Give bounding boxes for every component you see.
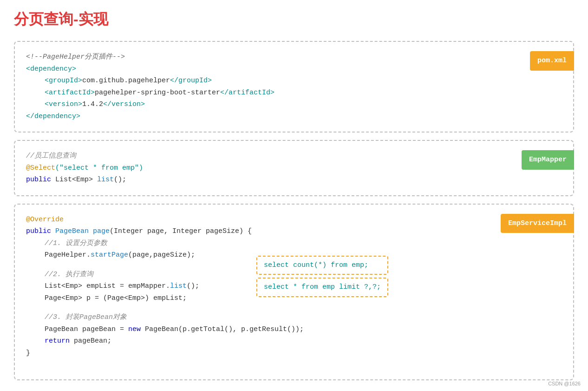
- code-line-6: </dependency>: [26, 111, 562, 123]
- xml-dependency-open: <dependency>: [26, 65, 76, 73]
- code-line-3: <groupId>com.github.pagehelper</groupId>: [26, 75, 562, 87]
- page-title: 分页查询-实现: [14, 9, 574, 30]
- pom-xml-label: pom.xml: [530, 51, 574, 71]
- mapper-select: @Select("select * from emp"): [26, 162, 562, 174]
- mapper-comment: //员工信息查询: [26, 150, 562, 162]
- code-line-2: <dependency>: [26, 63, 562, 75]
- method-signature: public PageBean page(Integer page, Integ…: [26, 225, 562, 238]
- code-line-4: <artifactId>pagehelper-spring-boot-start…: [26, 87, 562, 99]
- xml-comment: <!--PageHelper分页插件-->: [26, 53, 125, 61]
- return-line: return pageBean;: [26, 335, 562, 347]
- pom-xml-block: pom.xml <!--PageHelper分页插件--> <dependenc…: [14, 41, 574, 133]
- empmapper-block: EmpMapper //员工信息查询 @Select("select * fro…: [14, 140, 574, 196]
- sql-tooltip-select: select * from emp limit ?,?;: [256, 278, 388, 297]
- sql-tooltip-count: select count(*) from emp;: [256, 256, 388, 275]
- code-line-1: <!--PageHelper分页插件-->: [26, 51, 562, 63]
- watermark: CSDN @1626: [548, 381, 581, 386]
- sql-tooltip-container: select count(*) from emp; select * from …: [256, 256, 388, 297]
- comment-1: //1. 设置分页参数: [26, 238, 562, 250]
- override-annotation: @Override: [26, 214, 562, 226]
- spacer-2: [26, 304, 562, 311]
- empmapper-label: EmpMapper: [522, 150, 574, 170]
- closing-brace: }: [26, 347, 562, 359]
- comment-3: //3. 封装PageBean对象: [26, 311, 562, 324]
- code-line-5: <version>1.4.2</version>: [26, 99, 562, 111]
- empserviceimpl-block: EmpServiceImpl @Override public PageBean…: [14, 204, 574, 380]
- pagebean-line: PageBean pageBean = new PageBean(p.getTo…: [26, 324, 562, 336]
- empserviceimpl-label: EmpServiceImpl: [501, 214, 574, 233]
- mapper-method: public List<Emp> list();: [26, 174, 562, 186]
